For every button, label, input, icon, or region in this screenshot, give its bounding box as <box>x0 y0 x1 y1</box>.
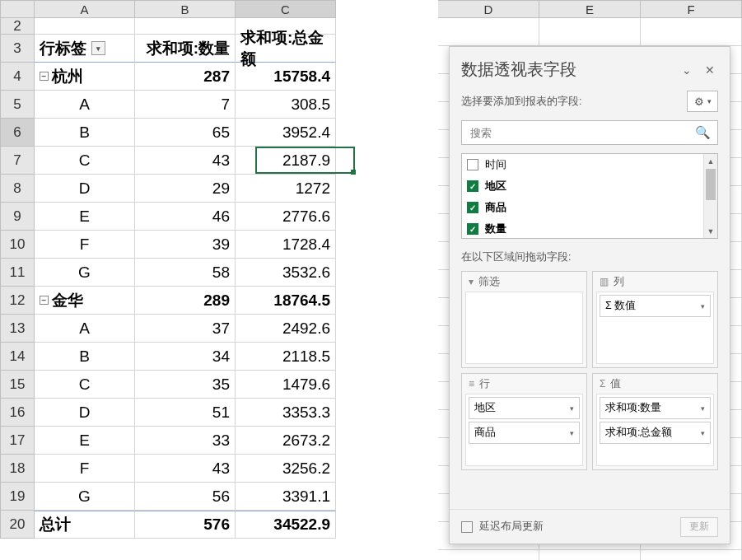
scroll-up-icon[interactable]: ▲ <box>704 154 717 168</box>
field-list-scrollbar[interactable]: ▲ ▼ <box>703 154 717 238</box>
cell[interactable]: 2776.6 <box>236 203 336 231</box>
cell[interactable]: 2187.9 <box>236 147 336 175</box>
row-header[interactable]: 15 <box>0 371 35 399</box>
cell[interactable]: 2673.2 <box>236 427 336 455</box>
row-header[interactable]: 5 <box>0 91 35 119</box>
row-header[interactable]: 4 <box>0 63 35 91</box>
row-header[interactable]: 20 <box>0 511 35 539</box>
col-header-A[interactable]: A <box>35 0 135 18</box>
cell[interactable]: 43 <box>135 147 236 175</box>
checkbox-icon[interactable]: ✓ <box>467 180 478 192</box>
grand-total-amt[interactable]: 34522.9 <box>236 511 336 539</box>
row-header[interactable]: 10 <box>0 231 35 259</box>
chevron-down-icon[interactable]: ▾ <box>570 429 574 437</box>
row-header[interactable]: 19 <box>0 483 35 511</box>
chevron-down-icon[interactable]: ▾ <box>701 404 705 413</box>
select-all-corner[interactable] <box>0 0 35 18</box>
cell-active[interactable]: 3952.4 <box>236 119 336 147</box>
cell[interactable]: 39 <box>135 231 236 259</box>
cell[interactable]: 58 <box>135 259 236 287</box>
row-header[interactable]: 9 <box>0 203 35 231</box>
close-pane-icon[interactable]: ✕ <box>702 62 718 78</box>
cell[interactable]: 43 <box>135 455 236 483</box>
row-header[interactable]: 14 <box>0 343 35 371</box>
cell[interactable]: 33 <box>135 427 236 455</box>
zone-item[interactable]: 求和项:数量 ▾ <box>600 397 711 419</box>
cell[interactable]: B <box>35 343 135 371</box>
cell[interactable]: 3391.1 <box>236 483 336 511</box>
cell[interactable]: 65 <box>135 119 236 147</box>
columns-zone[interactable]: ▥ 列 Σ 数值 ▾ <box>592 271 718 368</box>
grand-total-qty[interactable]: 576 <box>135 511 236 539</box>
cell[interactable]: F <box>35 231 135 259</box>
cell[interactable]: 1728.4 <box>236 231 336 259</box>
cell[interactable]: A <box>35 91 135 119</box>
chevron-down-icon[interactable]: ▾ <box>570 404 574 413</box>
cell[interactable]: 34 <box>135 343 236 371</box>
chevron-down-icon[interactable]: ▾ <box>701 302 705 310</box>
row-header[interactable]: 17 <box>0 427 35 455</box>
chevron-down-icon[interactable]: ▾ <box>701 429 705 437</box>
zone-item[interactable]: 商品 ▾ <box>469 422 580 444</box>
cell[interactable]: D <box>35 175 135 203</box>
cell[interactable]: 7 <box>135 91 236 119</box>
col-header-C[interactable]: C <box>236 0 336 18</box>
cell[interactable]: 2492.6 <box>236 315 336 343</box>
filter-zone[interactable]: ▾ 筛选 <box>461 271 587 368</box>
field-search[interactable]: 🔍 <box>461 120 718 145</box>
row-header[interactable]: 11 <box>0 259 35 287</box>
scroll-thumb[interactable] <box>706 169 716 200</box>
row-header[interactable]: 2 <box>0 18 35 35</box>
rows-zone[interactable]: ≡ 行 地区 ▾ 商品 ▾ <box>461 373 587 470</box>
row-header[interactable]: 13 <box>0 315 35 343</box>
cell[interactable]: 29 <box>135 175 236 203</box>
cell[interactable]: 15758.4 <box>236 63 336 91</box>
cell[interactable] <box>135 18 236 35</box>
collapse-pane-icon[interactable]: ⌄ <box>679 62 695 78</box>
col-header-D[interactable]: D <box>438 0 539 18</box>
pivot-qty-header[interactable]: 求和项:数量 <box>135 35 236 63</box>
pivot-amt-header[interactable]: 求和项:总金额 <box>236 35 336 63</box>
group-hangzhou[interactable]: − 杭州 <box>35 63 135 91</box>
scroll-down-icon[interactable]: ▼ <box>704 224 717 238</box>
row-header[interactable]: 3 <box>0 35 35 63</box>
pane-settings-button[interactable]: ⚙▾ <box>687 91 718 112</box>
cell[interactable]: 35 <box>135 371 236 399</box>
cell[interactable]: 56 <box>135 483 236 511</box>
cell[interactable]: C <box>35 147 135 175</box>
field-item[interactable]: 时间 <box>462 154 703 175</box>
cell[interactable]: A <box>35 315 135 343</box>
row-header[interactable]: 8 <box>0 175 35 203</box>
col-header-F[interactable]: F <box>641 0 742 18</box>
row-header[interactable]: 12 <box>0 287 35 315</box>
cell[interactable]: F <box>35 455 135 483</box>
cell[interactable]: C <box>35 371 135 399</box>
cell[interactable]: E <box>35 427 135 455</box>
field-item[interactable]: ✓ 数量 <box>462 218 703 238</box>
cell[interactable]: 46 <box>135 203 236 231</box>
cell[interactable]: 1479.6 <box>236 371 336 399</box>
cell[interactable]: 37 <box>135 315 236 343</box>
zone-item[interactable]: 地区 ▾ <box>469 397 580 419</box>
grand-total-label[interactable]: 总计 <box>35 511 135 539</box>
pivot-row-label-header[interactable]: 行标签 ▾ <box>35 35 135 63</box>
defer-layout-checkbox[interactable] <box>461 521 473 533</box>
cell[interactable]: 3353.3 <box>236 399 336 427</box>
collapse-icon[interactable]: − <box>40 296 49 305</box>
checkbox-icon[interactable]: ✓ <box>467 223 478 235</box>
checkbox-icon[interactable] <box>467 159 478 170</box>
cell[interactable]: 3256.2 <box>236 455 336 483</box>
cell[interactable]: 2118.5 <box>236 343 336 371</box>
cell[interactable]: 51 <box>135 399 236 427</box>
cell[interactable]: 287 <box>135 63 236 91</box>
cell[interactable]: G <box>35 483 135 511</box>
cell[interactable]: E <box>35 203 135 231</box>
col-header-B[interactable]: B <box>135 0 236 18</box>
field-item[interactable]: ✓ 地区 <box>462 175 703 197</box>
zone-item[interactable]: 求和项:总金额 ▾ <box>600 422 711 444</box>
cell[interactable]: 308.5 <box>236 91 336 119</box>
row-label-filter-button[interactable]: ▾ <box>91 41 105 55</box>
col-header-E[interactable]: E <box>539 0 641 18</box>
field-search-input[interactable] <box>469 126 695 140</box>
row-header[interactable]: 18 <box>0 455 35 483</box>
